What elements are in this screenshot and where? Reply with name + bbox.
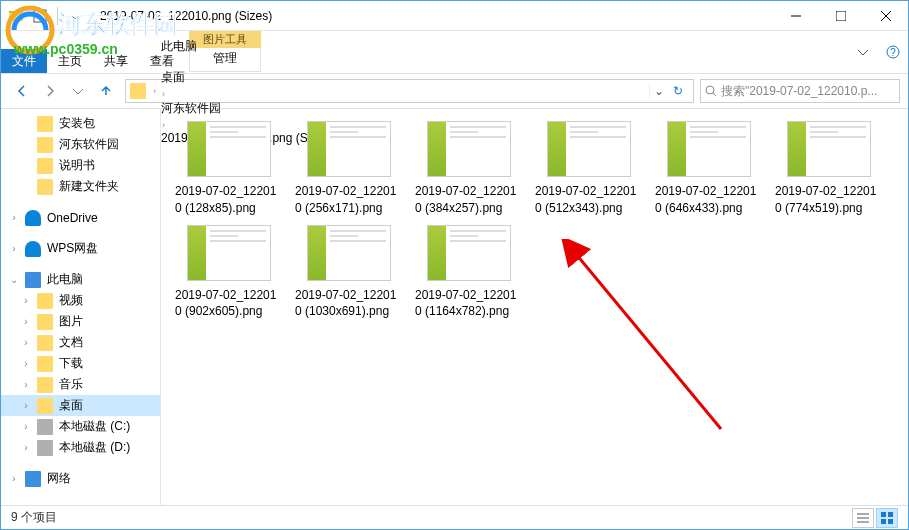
sidebar-item-label: 文档: [59, 334, 83, 351]
file-name: 2019-07-02_122010 (774x519).png: [771, 183, 887, 217]
qat-dropdown-icon[interactable]: [64, 5, 86, 27]
expand-icon[interactable]: ›: [21, 295, 31, 306]
sidebar-item[interactable]: ›音乐: [1, 374, 160, 395]
sidebar-item[interactable]: ›OneDrive: [1, 207, 160, 228]
properties-icon[interactable]: [29, 5, 51, 27]
cloud-icon: [25, 241, 41, 257]
expand-icon[interactable]: ›: [21, 358, 31, 369]
thumbnail: [787, 121, 871, 177]
thumbnail: [547, 121, 631, 177]
sidebar-item-label: 下载: [59, 355, 83, 372]
svg-rect-18: [888, 519, 893, 524]
drive-icon: [37, 419, 53, 435]
recent-dropdown[interactable]: [65, 78, 91, 104]
explorer-window: 2019-07-02_122010.png (Sizes) 文件 主页 共享 查…: [0, 0, 909, 530]
minimize-button[interactable]: [773, 1, 818, 30]
file-item[interactable]: 2019-07-02_122010 (774x519).png: [771, 121, 887, 217]
chevron-right-icon[interactable]: ›: [162, 58, 165, 68]
sidebar-item[interactable]: 说明书: [1, 155, 160, 176]
folder-icon: [37, 179, 53, 195]
sidebar-item[interactable]: ›文档: [1, 332, 160, 353]
folder-icon: [37, 116, 53, 132]
sidebar-item[interactable]: ›下载: [1, 353, 160, 374]
expand-icon[interactable]: ›: [9, 243, 19, 254]
ribbon-expand-button[interactable]: [848, 31, 878, 73]
file-item[interactable]: 2019-07-02_122010 (128x85).png: [171, 121, 287, 217]
sidebar-item-label: 网络: [47, 470, 71, 487]
thumbnail: [187, 121, 271, 177]
status-bar: 9 个项目: [1, 505, 908, 529]
expand-icon[interactable]: ›: [21, 379, 31, 390]
search-input[interactable]: 搜索"2019-07-02_122010.p...: [700, 79, 900, 103]
drive-icon: [37, 440, 53, 456]
folder-icon: [37, 158, 53, 174]
svg-rect-15: [881, 512, 886, 517]
thumbnail: [667, 121, 751, 177]
file-tab[interactable]: 文件: [1, 49, 47, 73]
file-item[interactable]: 2019-07-02_122010 (902x605).png: [171, 225, 287, 321]
breadcrumb-segment[interactable]: 桌面: [159, 69, 335, 86]
expand-icon[interactable]: ›: [9, 473, 19, 484]
folder-icon[interactable]: [5, 5, 27, 27]
share-tab[interactable]: 共享: [93, 49, 139, 73]
sidebar-item[interactable]: ›本地磁盘 (C:): [1, 416, 160, 437]
thumbnails-view-button[interactable]: [876, 508, 898, 528]
sidebar-item[interactable]: 新建文件夹: [1, 176, 160, 197]
pc-icon: [25, 471, 41, 487]
file-item[interactable]: 2019-07-02_122010 (512x343).png: [531, 121, 647, 217]
sidebar-item[interactable]: ›网络: [1, 468, 160, 489]
file-item[interactable]: 2019-07-02_122010 (256x171).png: [291, 121, 407, 217]
chevron-right-icon[interactable]: ›: [153, 86, 156, 96]
maximize-button[interactable]: [818, 1, 863, 30]
sidebar-item-label: 新建文件夹: [59, 178, 119, 195]
thumbnail: [427, 121, 511, 177]
breadcrumb-segment[interactable]: 此电脑: [159, 38, 335, 55]
file-name: 2019-07-02_122010 (512x343).png: [531, 183, 647, 217]
home-tab[interactable]: 主页: [47, 49, 93, 73]
expand-icon[interactable]: ›: [21, 442, 31, 453]
expand-icon[interactable]: ›: [21, 316, 31, 327]
help-button[interactable]: ?: [878, 31, 908, 73]
expand-icon[interactable]: ›: [21, 421, 31, 432]
expand-icon[interactable]: ›: [21, 337, 31, 348]
file-list[interactable]: 2019-07-02_122010 (128x85).png2019-07-02…: [161, 109, 908, 505]
svg-line-10: [713, 93, 716, 96]
file-name: 2019-07-02_122010 (646x433).png: [651, 183, 767, 217]
file-name: 2019-07-02_122010 (1030x691).png: [291, 287, 407, 321]
file-item[interactable]: 2019-07-02_122010 (1030x691).png: [291, 225, 407, 321]
sidebar-item[interactable]: ›本地磁盘 (D:): [1, 437, 160, 458]
chevron-right-icon[interactable]: ›: [162, 89, 165, 99]
address-dropdown[interactable]: ⌄: [649, 84, 667, 98]
item-count: 9 个项目: [11, 509, 57, 526]
svg-rect-4: [836, 11, 846, 21]
up-button[interactable]: [93, 78, 119, 104]
file-item[interactable]: 2019-07-02_122010 (646x433).png: [651, 121, 767, 217]
expand-icon[interactable]: ›: [21, 400, 31, 411]
window-title: 2019-07-02_122010.png (Sizes): [90, 9, 773, 23]
expand-icon[interactable]: ⌄: [9, 274, 19, 285]
sidebar-item-label: 安装包: [59, 115, 95, 132]
file-item[interactable]: 2019-07-02_122010 (384x257).png: [411, 121, 527, 217]
folder-icon: [37, 293, 53, 309]
back-button[interactable]: [9, 78, 35, 104]
sidebar-item-label: 说明书: [59, 157, 95, 174]
navigation-pane[interactable]: 安装包河东软件园说明书新建文件夹›OneDrive›WPS网盘⌄此电脑›视频›图…: [1, 109, 161, 505]
sidebar-item[interactable]: ›桌面: [1, 395, 160, 416]
sidebar-item[interactable]: 安装包: [1, 113, 160, 134]
close-button[interactable]: [863, 1, 908, 30]
sidebar-item-label: 河东软件园: [59, 136, 119, 153]
file-item[interactable]: 2019-07-02_122010 (1164x782).png: [411, 225, 527, 321]
refresh-button[interactable]: ↻: [667, 84, 689, 98]
address-bar[interactable]: › 此电脑›桌面›河东软件园›2019-07-02_122010.png (Si…: [125, 79, 694, 103]
forward-button[interactable]: [37, 78, 63, 104]
details-view-button[interactable]: [852, 508, 874, 528]
sidebar-item[interactable]: 河东软件园: [1, 134, 160, 155]
sidebar-item[interactable]: ›图片: [1, 311, 160, 332]
sidebar-item[interactable]: ›视频: [1, 290, 160, 311]
sidebar-item-label: 本地磁盘 (D:): [59, 439, 130, 456]
file-name: 2019-07-02_122010 (1164x782).png: [411, 287, 527, 321]
sidebar-item[interactable]: ›WPS网盘: [1, 238, 160, 259]
folder-icon: [37, 335, 53, 351]
sidebar-item[interactable]: ⌄此电脑: [1, 269, 160, 290]
expand-icon[interactable]: ›: [9, 212, 19, 223]
